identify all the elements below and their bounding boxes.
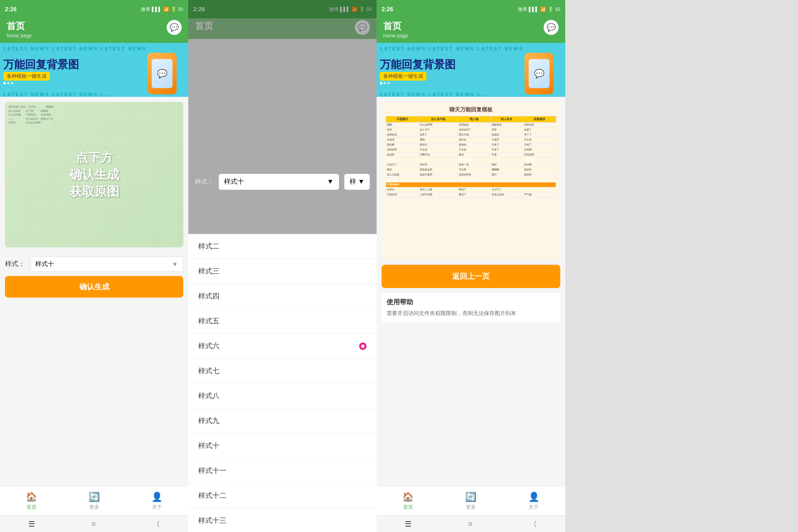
table-row: 是这样天啊可也最佳牛逼好有道理: [386, 153, 556, 158]
right-home-button[interactable]: ○: [468, 520, 473, 528]
left-nav-more[interactable]: 🔄 更多: [63, 492, 126, 511]
left-preview-img: 该时候事儿朋友 对对对 嗯嗯嗯 这人也真是 发了啊 嗯嗯嗯 怎么选择嘛 不懂意思…: [5, 102, 183, 247]
chevron-down-icon: ▼: [172, 261, 178, 268]
left-style-label: 样式：: [5, 260, 25, 268]
right-nav-more[interactable]: 🔄 更多: [439, 492, 502, 511]
table-section-header: 八卦 超绿量扶 万能回答: [386, 158, 556, 163]
right-banner-text: 万能回复背景图 各种模板一键生成: [380, 59, 521, 85]
left-style-select[interactable]: 样式十 ▼: [30, 256, 183, 272]
left-nav-about[interactable]: 👤 关于: [126, 492, 188, 511]
dropdown-item-style13[interactable]: 样式十三: [188, 508, 377, 532]
right-help-title: 使用帮助: [387, 298, 555, 307]
dropdown-item-label: 样式六: [198, 341, 219, 351]
mid-style-value2: 样: [350, 178, 356, 185]
left-app-header: 首页 home page 💬: [0, 18, 188, 43]
chat-icon: 💬: [170, 23, 179, 32]
left-panel: 2:26 微博 ▌▌▌ 📶 🔋 50 首页 home page 💬 LATEST…: [0, 0, 188, 532]
right-chat-icon-btn[interactable]: 💬: [544, 20, 559, 35]
dropdown-item-style8[interactable]: 样式八: [188, 384, 377, 409]
left-banner-main: 万能回复背景图: [3, 59, 144, 71]
right-nav-more-label: 更多: [466, 504, 476, 511]
left-confirm-button[interactable]: 确认生成: [5, 276, 183, 298]
table-row: 不想厄话上班不对哦看你了你这么的话不气她: [386, 192, 556, 197]
right-table-title: 聊天万能回复模板: [386, 106, 556, 113]
left-nav-more-label: 更多: [89, 504, 99, 511]
overlay-line2: 确认生成: [69, 166, 119, 183]
dropdown-item-style6[interactable]: 样式六: [188, 334, 377, 359]
right-preview-img: 聊天万能回复模板 不想聊天 别人发牛蛙 明人都 闲人吃牛 回复领导 嗯: [382, 102, 560, 260]
right-wifi-icon: 📶: [540, 7, 546, 12]
dropdown-list[interactable]: 样式二 样式三 样式四 样式五 样式六 样式七 样式八: [188, 234, 377, 532]
overlay-line1: 点下方: [69, 149, 119, 166]
right-about-icon: 👤: [528, 492, 539, 502]
right-banner-ticker2: LATEST NEWS LATEST NEWS L...: [380, 92, 562, 97]
right-banner-ticker: LATEST NEWS LATEST NEWS LATEST NEWS: [380, 46, 562, 51]
dropdown-item-style5[interactable]: 样式五: [188, 309, 377, 334]
dropdown-item-style10[interactable]: 样式十: [188, 433, 377, 458]
right-nav-home[interactable]: 🏠 首页: [377, 492, 439, 511]
signal-icon: ▌▌▌: [152, 7, 161, 12]
dropdown-item-style3[interactable]: 样式三: [188, 259, 377, 284]
left-main-content[interactable]: 该时候事儿朋友 对对对 嗯嗯嗯 这人也真是 发了啊 嗯嗯嗯 怎么选择嘛 不懂意思…: [0, 97, 188, 486]
th-col3: 明人都: [458, 116, 491, 123]
menu-button[interactable]: ☰: [28, 520, 35, 529]
right-time: 2:26: [382, 6, 393, 12]
left-nav-home[interactable]: 🏠 首页: [0, 492, 63, 511]
mid-style-select[interactable]: 样式十 ▼: [219, 174, 339, 190]
right-menu-button[interactable]: ☰: [405, 520, 411, 529]
home-button[interactable]: ○: [91, 520, 96, 528]
dropdown-item-style11[interactable]: 样式十一: [188, 458, 377, 483]
mid-style-select2[interactable]: 样 ▼: [344, 174, 370, 190]
phone-illustration: 💬: [148, 53, 177, 94]
right-battery-icon: 🔋: [548, 7, 554, 12]
overlay-line3: 获取原图: [69, 183, 119, 200]
mid-chevron-icon: ▼: [327, 178, 334, 185]
right-back-button[interactable]: 返回上一页: [382, 265, 560, 288]
left-banner-text: 万能回复背景图 各种模板一键生成: [3, 59, 144, 85]
dropdown-item-label: 样式十二: [198, 491, 227, 500]
right-nav-about-label: 关于: [529, 504, 539, 511]
table-row: 好好玩有点上上路帮你了太大气了: [386, 187, 556, 192]
left-title-block: 首页 home page: [7, 20, 32, 39]
left-overlay-text: 点下方 确认生成 获取原图: [69, 149, 119, 200]
chat-reply-table: 不想聊天 别人发牛蛙 明人都 闲人吃牛 回复领导 嗯嗯怎么这样啊意思如此我能相信…: [386, 116, 556, 197]
right-back-sys-button[interactable]: 〈: [530, 519, 537, 529]
left-banner-dots: [3, 82, 144, 84]
right-panel: 2:26 微博 ▌▌▌ 📶 🔋 50 首页 home page 💬 LATEST…: [377, 0, 565, 532]
right-banner-dots: [380, 82, 521, 84]
left-style-row: 样式： 样式十 ▼: [5, 252, 183, 276]
th-col4: 闲人吃牛: [490, 116, 523, 123]
dropdown-item-style7[interactable]: 样式七: [188, 359, 377, 384]
right-banner-sub: 各种模板一键生成: [380, 72, 426, 81]
about-icon: 👤: [151, 492, 163, 502]
th-col2: 别人发牛蛙: [419, 116, 458, 123]
left-nav-home-label: 首页: [27, 504, 37, 511]
left-preview-card: 该时候事儿朋友 对对对 嗯嗯嗯 这人也真是 发了啊 嗯嗯嗯 怎么选择嘛 不懂意思…: [5, 102, 183, 247]
left-banner-sub: 各种模板一键生成: [3, 72, 50, 81]
dropdown-item-label: 样式十: [198, 441, 219, 451]
right-help-section: 使用帮助 需要开启访问文件夹权限限制，否则无法保存图片到本: [382, 293, 560, 323]
dropdown-item-label: 样式四: [198, 291, 219, 301]
more-icon: 🔄: [89, 492, 100, 502]
right-app-header: 首页 home page 💬: [377, 18, 565, 43]
left-main-title: 首页: [7, 20, 32, 32]
right-main-title: 首页: [383, 20, 408, 32]
phone-screen: 💬: [152, 59, 172, 88]
back-button[interactable]: 〈: [153, 519, 160, 529]
left-chat-icon-btn[interactable]: 💬: [167, 20, 182, 35]
battery-icon: 🔋: [171, 7, 177, 12]
left-subtitle: home page: [7, 33, 32, 39]
dropdown-item-style12[interactable]: 样式十二: [188, 483, 377, 508]
selected-radio-icon: [359, 342, 367, 350]
dropdown-item-style9[interactable]: 样式九: [188, 409, 377, 433]
right-nav-about[interactable]: 👤 关于: [502, 492, 565, 511]
right-main-content[interactable]: 聊天万能回复模板 不想聊天 别人发牛蛙 明人都 闲人吃牛 回复领导 嗯: [377, 97, 565, 486]
right-system-bar: ☰ ○ 〈: [377, 515, 565, 532]
right-more-icon: 🔄: [465, 492, 476, 502]
dropdown-item-style4[interactable]: 样式四: [188, 284, 377, 309]
dropdown-backdrop[interactable]: [188, 0, 377, 234]
empty-space: [565, 0, 798, 532]
right-banner-phone: 💬: [525, 53, 562, 90]
dropdown-item-style2[interactable]: 样式二: [188, 234, 377, 259]
right-title-block: 首页 home page: [383, 20, 408, 39]
